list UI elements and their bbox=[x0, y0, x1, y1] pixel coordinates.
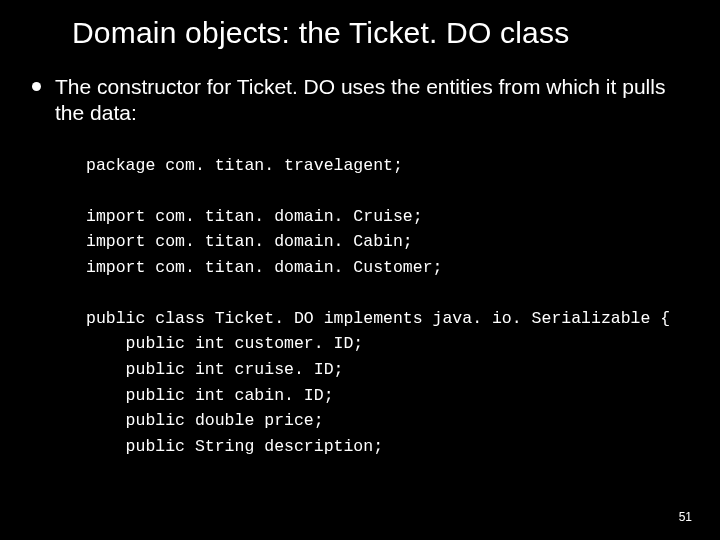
slide-title: Domain objects: the Ticket. DO class bbox=[0, 0, 720, 50]
code-line: import com. titan. domain. Customer; bbox=[86, 258, 442, 277]
bullet-icon bbox=[32, 82, 41, 91]
code-line: public int customer. ID; bbox=[86, 334, 363, 353]
bullet-text: The constructor for Ticket. DO uses the … bbox=[55, 74, 670, 127]
code-block: package com. titan. travelagent; import … bbox=[32, 153, 670, 460]
code-line: import com. titan. domain. Cruise; bbox=[86, 207, 423, 226]
code-line: public int cruise. ID; bbox=[86, 360, 343, 379]
code-line: public double price; bbox=[86, 411, 324, 430]
page-number: 51 bbox=[679, 510, 692, 524]
slide-body: The constructor for Ticket. DO uses the … bbox=[0, 50, 720, 459]
code-line: public class Ticket. DO implements java.… bbox=[86, 309, 670, 328]
code-line: public int cabin. ID; bbox=[86, 386, 334, 405]
code-line: import com. titan. domain. Cabin; bbox=[86, 232, 413, 251]
bullet-item: The constructor for Ticket. DO uses the … bbox=[32, 74, 670, 127]
code-line: public String description; bbox=[86, 437, 383, 456]
code-line: package com. titan. travelagent; bbox=[86, 156, 403, 175]
slide: Domain objects: the Ticket. DO class The… bbox=[0, 0, 720, 540]
